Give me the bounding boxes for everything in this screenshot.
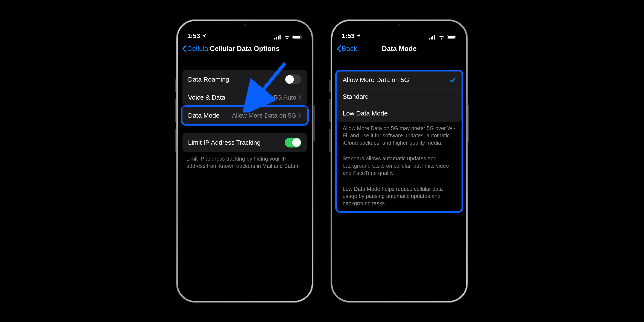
back-label: Back	[342, 45, 357, 52]
notch	[378, 21, 421, 29]
phone-right: 1:53	[330, 19, 468, 303]
svg-rect-12	[434, 35, 435, 40]
side-button	[175, 80, 176, 92]
svg-rect-6	[293, 36, 300, 39]
settings-group: Data Roaming Voice & Data 5G Auto	[182, 70, 307, 106]
option-label: Standard	[342, 93, 456, 100]
row-data-roaming[interactable]: Data Roaming	[182, 70, 307, 89]
back-button[interactable]: Cellular	[182, 45, 210, 52]
back-button[interactable]: Back	[336, 45, 357, 52]
checkmark-icon	[450, 77, 456, 83]
svg-point-13	[441, 38, 442, 40]
option-low-data[interactable]: Low Data Mode	[337, 105, 462, 122]
side-button	[329, 80, 330, 92]
side-button	[175, 99, 176, 122]
option-standard[interactable]: Standard	[337, 88, 462, 105]
svg-point-4	[286, 38, 288, 40]
phone-left: 1:53	[176, 19, 314, 303]
row-data-mode[interactable]: Data Mode Allow More Data on 5G	[182, 107, 307, 124]
row-voice-data[interactable]: Voice & Data 5G Auto	[182, 89, 307, 106]
side-button	[329, 129, 330, 152]
settings-group: Limit IP Address Tracking	[182, 133, 307, 152]
side-button	[314, 105, 315, 142]
cellular-icon	[274, 35, 282, 40]
svg-rect-11	[432, 36, 434, 40]
chevron-right-icon	[298, 95, 302, 100]
toggle-data-roaming[interactable]	[285, 74, 302, 84]
wifi-icon	[284, 35, 290, 40]
highlight-data-mode-options: Allow More Data on 5G Standard Low Data …	[335, 70, 463, 213]
svg-rect-1	[276, 37, 277, 40]
highlight-data-mode: Data Mode Allow More Data on 5G	[181, 106, 309, 126]
svg-rect-2	[278, 36, 279, 40]
row-value: 5G Auto	[274, 94, 296, 101]
nav-bar: Cellular Cellular Data Options	[178, 42, 312, 57]
group-footer-text: Limit IP address tracking by hiding your…	[178, 152, 312, 170]
svg-rect-7	[301, 36, 302, 38]
row-label: Data Roaming	[188, 76, 285, 83]
svg-rect-10	[430, 37, 432, 40]
nav-bar: Back Data Mode	[332, 42, 466, 57]
side-button	[175, 129, 176, 152]
toggle-limit-ip-tracking[interactable]	[285, 138, 302, 148]
row-label: Limit IP Address Tracking	[188, 139, 285, 146]
page-title: Cellular Data Options	[210, 45, 280, 52]
svg-rect-0	[274, 38, 276, 40]
chevron-right-icon	[298, 113, 302, 118]
notch	[223, 21, 266, 29]
option-allow-more-5g[interactable]: Allow More Data on 5G	[337, 72, 462, 88]
battery-icon	[292, 35, 302, 40]
chevron-left-icon	[336, 45, 341, 52]
description-text: Standard allows automatic updates and ba…	[337, 150, 462, 180]
location-icon	[356, 34, 361, 38]
svg-rect-16	[456, 36, 456, 38]
cellular-icon	[429, 35, 436, 40]
battery-icon	[447, 35, 457, 40]
svg-rect-3	[280, 35, 280, 40]
back-label: Cellular	[187, 45, 210, 52]
row-label: Voice & Data	[188, 94, 274, 101]
description-text: Allow More Data on 5G may prefer 5G over…	[337, 122, 462, 150]
status-time: 1:53	[342, 32, 355, 40]
status-time: 1:53	[187, 32, 200, 40]
option-label: Low Data Mode	[342, 110, 456, 117]
side-button	[329, 99, 330, 122]
row-value: Allow More Data on 5G	[232, 112, 296, 119]
row-limit-ip-tracking[interactable]: Limit IP Address Tracking	[182, 133, 307, 152]
wifi-icon	[438, 35, 445, 40]
svg-rect-9	[429, 38, 430, 40]
chevron-left-icon	[182, 45, 187, 52]
side-button	[468, 105, 469, 142]
description-text: Low Data Mode helps reduce cellular data…	[337, 181, 462, 211]
row-label: Data Mode	[188, 112, 232, 119]
option-label: Allow More Data on 5G	[342, 76, 450, 84]
svg-rect-15	[448, 36, 455, 39]
page-title: Data Mode	[382, 45, 417, 52]
location-icon	[202, 34, 206, 38]
